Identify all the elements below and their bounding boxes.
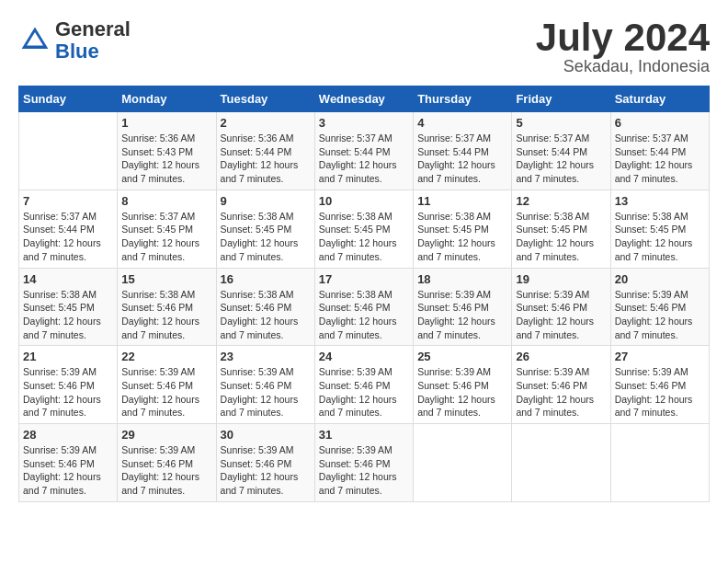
day-number: 6 xyxy=(615,116,705,130)
calendar-cell: 19Sunrise: 5:39 AM Sunset: 5:46 PM Dayli… xyxy=(512,268,610,346)
day-number: 16 xyxy=(221,272,311,286)
calendar-cell: 22Sunrise: 5:39 AM Sunset: 5:46 PM Dayli… xyxy=(118,346,216,424)
calendar-cell: 18Sunrise: 5:39 AM Sunset: 5:46 PM Dayli… xyxy=(414,268,512,346)
day-header-thursday: Thursday xyxy=(414,86,512,112)
day-header-monday: Monday xyxy=(118,86,216,112)
calendar-cell: 8Sunrise: 5:37 AM Sunset: 5:45 PM Daylig… xyxy=(118,190,216,268)
calendar-cell: 11Sunrise: 5:38 AM Sunset: 5:45 PM Dayli… xyxy=(414,190,512,268)
location: Sekadau, Indonesia xyxy=(536,57,710,76)
calendar-cell: 28Sunrise: 5:39 AM Sunset: 5:46 PM Dayli… xyxy=(19,424,118,502)
day-info: Sunrise: 5:39 AM Sunset: 5:46 PM Dayligh… xyxy=(319,365,409,419)
calendar-cell: 31Sunrise: 5:39 AM Sunset: 5:46 PM Dayli… xyxy=(314,424,413,502)
day-info: Sunrise: 5:38 AM Sunset: 5:46 PM Dayligh… xyxy=(221,288,311,342)
day-info: Sunrise: 5:39 AM Sunset: 5:46 PM Dayligh… xyxy=(319,443,409,498)
day-info: Sunrise: 5:38 AM Sunset: 5:45 PM Dayligh… xyxy=(417,210,507,264)
day-info: Sunrise: 5:39 AM Sunset: 5:46 PM Dayligh… xyxy=(516,365,606,419)
calendar-week-4: 21Sunrise: 5:39 AM Sunset: 5:46 PM Dayli… xyxy=(19,346,710,424)
day-number: 17 xyxy=(319,272,409,286)
day-number: 31 xyxy=(319,428,409,442)
calendar-cell: 5Sunrise: 5:37 AM Sunset: 5:44 PM Daylig… xyxy=(512,112,610,190)
day-info: Sunrise: 5:36 AM Sunset: 5:43 PM Dayligh… xyxy=(121,132,211,186)
month-title: July 2024 xyxy=(536,18,710,57)
day-number: 18 xyxy=(417,272,507,286)
calendar-week-3: 14Sunrise: 5:38 AM Sunset: 5:45 PM Dayli… xyxy=(19,268,710,346)
day-info: Sunrise: 5:39 AM Sunset: 5:46 PM Dayligh… xyxy=(417,365,507,419)
day-info: Sunrise: 5:39 AM Sunset: 5:46 PM Dayligh… xyxy=(23,443,113,498)
day-header-friday: Friday xyxy=(512,86,610,112)
day-number: 11 xyxy=(417,194,507,208)
calendar-week-5: 28Sunrise: 5:39 AM Sunset: 5:46 PM Dayli… xyxy=(19,424,710,502)
day-info: Sunrise: 5:38 AM Sunset: 5:45 PM Dayligh… xyxy=(319,210,409,264)
day-number: 1 xyxy=(121,116,211,130)
calendar-cell: 23Sunrise: 5:39 AM Sunset: 5:46 PM Dayli… xyxy=(216,346,314,424)
calendar-cell: 25Sunrise: 5:39 AM Sunset: 5:46 PM Dayli… xyxy=(414,346,512,424)
logo-general: General xyxy=(55,17,131,40)
day-number: 15 xyxy=(121,272,211,286)
calendar-cell xyxy=(512,424,610,502)
day-info: Sunrise: 5:37 AM Sunset: 5:44 PM Dayligh… xyxy=(615,132,705,186)
day-info: Sunrise: 5:38 AM Sunset: 5:45 PM Dayligh… xyxy=(516,210,606,264)
day-info: Sunrise: 5:39 AM Sunset: 5:46 PM Dayligh… xyxy=(221,365,311,419)
calendar-cell: 4Sunrise: 5:37 AM Sunset: 5:44 PM Daylig… xyxy=(414,112,512,190)
day-number: 28 xyxy=(23,428,113,442)
day-info: Sunrise: 5:39 AM Sunset: 5:46 PM Dayligh… xyxy=(221,443,311,498)
day-number: 25 xyxy=(417,350,507,363)
day-info: Sunrise: 5:37 AM Sunset: 5:45 PM Dayligh… xyxy=(121,210,211,264)
title-block: July 2024 Sekadau, Indonesia xyxy=(536,18,710,76)
calendar-cell: 2Sunrise: 5:36 AM Sunset: 5:44 PM Daylig… xyxy=(216,112,314,190)
calendar-cell xyxy=(414,424,512,502)
calendar-cell: 27Sunrise: 5:39 AM Sunset: 5:46 PM Dayli… xyxy=(610,346,709,424)
day-info: Sunrise: 5:38 AM Sunset: 5:45 PM Dayligh… xyxy=(23,288,113,342)
calendar-header-row: SundayMondayTuesdayWednesdayThursdayFrid… xyxy=(19,86,710,112)
day-info: Sunrise: 5:37 AM Sunset: 5:44 PM Dayligh… xyxy=(516,132,606,186)
day-info: Sunrise: 5:39 AM Sunset: 5:46 PM Dayligh… xyxy=(516,288,606,342)
calendar-cell: 24Sunrise: 5:39 AM Sunset: 5:46 PM Dayli… xyxy=(314,346,413,424)
calendar-cell xyxy=(610,424,709,502)
day-info: Sunrise: 5:38 AM Sunset: 5:46 PM Dayligh… xyxy=(319,288,409,342)
day-number: 5 xyxy=(516,116,606,130)
day-number: 30 xyxy=(221,428,311,442)
day-number: 26 xyxy=(516,350,606,363)
day-number: 10 xyxy=(319,194,409,208)
day-info: Sunrise: 5:39 AM Sunset: 5:46 PM Dayligh… xyxy=(121,443,211,498)
day-number: 21 xyxy=(23,350,113,363)
calendar-cell: 1Sunrise: 5:36 AM Sunset: 5:43 PM Daylig… xyxy=(118,112,216,190)
day-number: 23 xyxy=(221,350,311,363)
day-number: 29 xyxy=(121,428,211,442)
day-info: Sunrise: 5:39 AM Sunset: 5:46 PM Dayligh… xyxy=(121,365,211,419)
logo-icon xyxy=(18,24,51,57)
day-header-sunday: Sunday xyxy=(19,86,118,112)
day-number: 4 xyxy=(417,116,507,130)
calendar-cell: 29Sunrise: 5:39 AM Sunset: 5:46 PM Dayli… xyxy=(118,424,216,502)
calendar-cell: 13Sunrise: 5:38 AM Sunset: 5:45 PM Dayli… xyxy=(610,190,709,268)
day-number: 8 xyxy=(121,194,211,208)
day-header-saturday: Saturday xyxy=(610,86,709,112)
day-number: 14 xyxy=(23,272,113,286)
day-number: 2 xyxy=(221,116,311,130)
day-info: Sunrise: 5:39 AM Sunset: 5:46 PM Dayligh… xyxy=(615,288,705,342)
day-info: Sunrise: 5:39 AM Sunset: 5:46 PM Dayligh… xyxy=(417,288,507,342)
calendar-cell: 20Sunrise: 5:39 AM Sunset: 5:46 PM Dayli… xyxy=(610,268,709,346)
day-number: 22 xyxy=(121,350,211,363)
day-info: Sunrise: 5:38 AM Sunset: 5:45 PM Dayligh… xyxy=(615,210,705,264)
calendar-cell: 26Sunrise: 5:39 AM Sunset: 5:46 PM Dayli… xyxy=(512,346,610,424)
logo-text: General Blue xyxy=(55,18,131,63)
day-info: Sunrise: 5:39 AM Sunset: 5:46 PM Dayligh… xyxy=(615,365,705,419)
day-number: 9 xyxy=(221,194,311,208)
day-number: 20 xyxy=(615,272,705,286)
calendar-cell: 10Sunrise: 5:38 AM Sunset: 5:45 PM Dayli… xyxy=(314,190,413,268)
calendar-cell: 15Sunrise: 5:38 AM Sunset: 5:46 PM Dayli… xyxy=(118,268,216,346)
day-info: Sunrise: 5:37 AM Sunset: 5:44 PM Dayligh… xyxy=(319,132,409,186)
day-number: 13 xyxy=(615,194,705,208)
calendar-cell xyxy=(19,112,118,190)
day-number: 19 xyxy=(516,272,606,286)
day-number: 24 xyxy=(319,350,409,363)
calendar-cell: 14Sunrise: 5:38 AM Sunset: 5:45 PM Dayli… xyxy=(19,268,118,346)
calendar-cell: 21Sunrise: 5:39 AM Sunset: 5:46 PM Dayli… xyxy=(19,346,118,424)
calendar-cell: 30Sunrise: 5:39 AM Sunset: 5:46 PM Dayli… xyxy=(216,424,314,502)
day-info: Sunrise: 5:38 AM Sunset: 5:46 PM Dayligh… xyxy=(121,288,211,342)
calendar-cell: 6Sunrise: 5:37 AM Sunset: 5:44 PM Daylig… xyxy=(610,112,709,190)
day-info: Sunrise: 5:38 AM Sunset: 5:45 PM Dayligh… xyxy=(221,210,311,264)
calendar-table: SundayMondayTuesdayWednesdayThursdayFrid… xyxy=(18,86,710,502)
day-header-tuesday: Tuesday xyxy=(216,86,314,112)
